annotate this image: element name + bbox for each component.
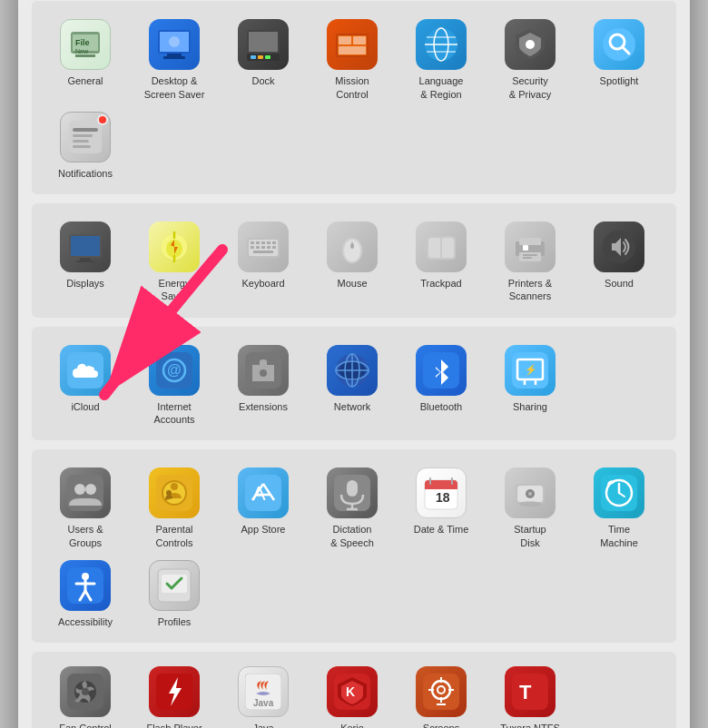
sidebar-item-startup[interactable]: StartupDisk xyxy=(486,462,575,555)
sharing-label: Sharing xyxy=(513,400,547,413)
sidebar-item-bluetooth[interactable]: Bluetooth xyxy=(397,339,486,432)
svg-rect-65 xyxy=(253,251,273,253)
svg-rect-16 xyxy=(167,54,182,56)
sidebar-item-timemachine[interactable]: TimeMachine xyxy=(575,462,664,555)
sidebar-item-language[interactable]: Language& Region xyxy=(397,14,486,106)
svg-rect-48 xyxy=(76,261,94,262)
other-icons-grid: Fan Control Flash Player Java Java xyxy=(41,661,667,728)
sidebar-item-sharing[interactable]: ⚡ Sharing xyxy=(486,339,575,432)
svg-text:File: File xyxy=(75,38,90,47)
svg-point-18 xyxy=(169,36,180,47)
displays-label: Displays xyxy=(66,277,104,290)
sidebar-item-dictation[interactable]: Dictation& Speech xyxy=(308,462,397,555)
sidebar-item-date[interactable]: 18 Date & Time xyxy=(397,462,486,555)
sidebar-item-tuxera[interactable]: T Tuxera NTFS xyxy=(486,661,575,728)
general-icon: FileNew xyxy=(60,19,111,70)
sidebar-item-icloud[interactable]: iCloud xyxy=(41,339,130,432)
sidebar-item-mouse[interactable]: Mouse xyxy=(308,216,397,309)
sidebar-item-energy[interactable]: EnergySaver xyxy=(130,216,219,309)
sidebar-item-network[interactable]: Network xyxy=(308,339,397,432)
svg-rect-24 xyxy=(265,55,270,59)
svg-rect-23 xyxy=(258,55,263,59)
printers-label: Printers &Scanners xyxy=(508,277,552,303)
sidebar-item-spotlight[interactable]: Spotlight xyxy=(575,14,664,106)
sidebar-item-sound[interactable]: Sound xyxy=(575,216,664,309)
sidebar-item-printers[interactable]: Printers &Scanners xyxy=(486,216,575,309)
appstore-label: App Store xyxy=(241,523,286,536)
keyboard-label: Keyboard xyxy=(241,277,284,290)
svg-rect-46 xyxy=(71,236,100,256)
users-label: Users &Groups xyxy=(67,523,103,549)
dictation-label: Dictation& Speech xyxy=(330,523,374,549)
mouse-label: Mouse xyxy=(337,277,367,290)
svg-rect-59 xyxy=(272,241,276,244)
profiles-icon xyxy=(149,560,200,611)
parental-label: ParentalControls xyxy=(156,523,193,549)
general-label: General xyxy=(67,74,103,87)
sidebar-item-security[interactable]: Security& Privacy xyxy=(486,14,575,106)
svg-rect-110 xyxy=(347,480,358,497)
sidebar-item-java[interactable]: Java Java xyxy=(219,661,308,728)
profiles-label: Profiles xyxy=(158,615,192,628)
sidebar-item-mission[interactable]: MissionControl xyxy=(308,14,397,106)
energy-label: EnergySaver xyxy=(159,277,191,303)
svg-rect-74 xyxy=(519,238,541,245)
keyboard-icon xyxy=(238,221,289,272)
sidebar-item-dock[interactable]: Dock xyxy=(219,14,308,106)
tuxera-icon: T xyxy=(505,666,556,717)
sidebar-item-notifications[interactable]: Notifications xyxy=(41,106,130,185)
svg-rect-10 xyxy=(75,54,95,57)
parental-icon xyxy=(149,467,200,518)
hardware-icons-grid: Displays EnergySaver Keyboard xyxy=(41,216,667,309)
sidebar-item-flash[interactable]: Flash Player xyxy=(130,661,219,728)
svg-text:⚡: ⚡ xyxy=(525,363,537,376)
sidebar-item-keyboard[interactable]: Keyboard xyxy=(219,216,308,309)
section3-wrapper: iCloud @ InternetAccounts Ext xyxy=(32,327,676,441)
mission-label: MissionControl xyxy=(335,74,369,101)
network-icon xyxy=(327,345,378,396)
svg-rect-63 xyxy=(267,246,270,249)
sound-label: Sound xyxy=(605,277,634,290)
tuxera-label: Tuxera NTFS xyxy=(500,722,560,728)
notifications-label: Notifications xyxy=(58,167,113,180)
sidebar-item-extensions[interactable]: Extensions xyxy=(219,339,308,432)
sidebar-item-trackpad[interactable]: Trackpad xyxy=(397,216,486,309)
sidebar-item-internet[interactable]: @ InternetAccounts xyxy=(130,339,219,432)
content-area: FileNew General Desktop &Screen Saver xyxy=(18,0,690,728)
svg-rect-17 xyxy=(163,56,185,59)
sidebar-item-accessibility[interactable]: Accessibility xyxy=(41,555,130,634)
svg-text:T: T xyxy=(519,681,532,703)
java-label: Java xyxy=(252,722,273,728)
sidebar-item-desktop[interactable]: Desktop &Screen Saver xyxy=(130,14,219,106)
svg-point-69 xyxy=(350,243,354,249)
sidebar-item-displays[interactable]: Displays xyxy=(41,216,130,309)
svg-point-102 xyxy=(171,483,178,490)
sidebar-item-general[interactable]: FileNew General xyxy=(41,14,130,106)
mission-icon xyxy=(327,19,378,70)
svg-text:18: 18 xyxy=(436,490,450,505)
svg-point-85 xyxy=(260,369,267,377)
svg-rect-55 xyxy=(251,241,254,244)
sidebar-item-kerio[interactable]: K KerioVPN Client xyxy=(308,661,397,728)
svg-point-123 xyxy=(528,492,532,496)
svg-point-98 xyxy=(85,484,96,495)
svg-text:New: New xyxy=(75,48,89,54)
sidebar-item-appstore[interactable]: A App Store xyxy=(219,462,308,555)
sidebar-item-fan[interactable]: Fan Control xyxy=(41,661,130,728)
icloud-icon xyxy=(60,345,111,396)
sidebar-item-parental[interactable]: ParentalControls xyxy=(130,462,219,555)
sidebar-item-screens[interactable]: ScreensConnect xyxy=(397,661,486,728)
internet-label: InternetAccounts xyxy=(153,400,194,427)
sharing-icon: ⚡ xyxy=(505,345,556,396)
sidebar-item-users[interactable]: Users &Groups xyxy=(41,462,130,555)
svg-point-139 xyxy=(82,688,89,695)
svg-rect-115 xyxy=(425,486,457,489)
svg-rect-29 xyxy=(339,46,366,54)
language-label: Language& Region xyxy=(419,74,464,101)
dock-icon xyxy=(238,19,289,70)
sidebar-item-profiles[interactable]: Profiles xyxy=(130,555,219,634)
dictation-icon xyxy=(327,467,378,518)
internet-icons-grid: iCloud @ InternetAccounts Ext xyxy=(41,339,667,432)
section-other: Fan Control Flash Player Java Java xyxy=(32,652,676,728)
users-icon xyxy=(60,467,111,518)
